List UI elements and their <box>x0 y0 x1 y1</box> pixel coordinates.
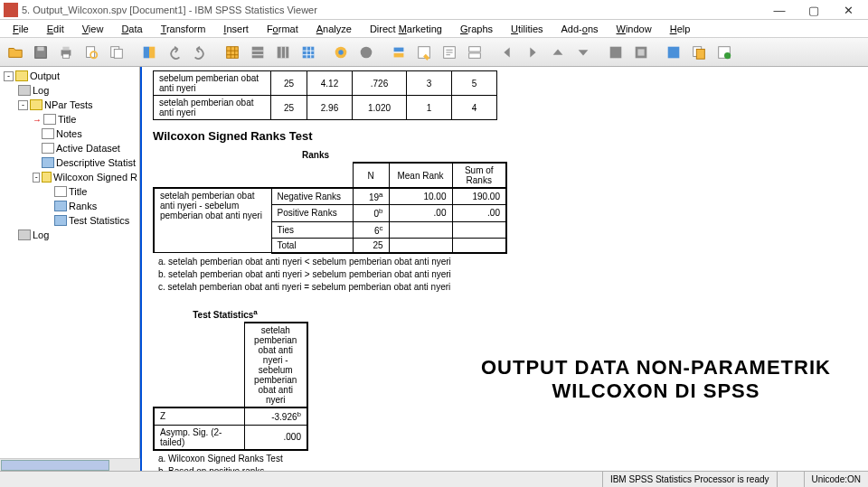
teststat-title: Test Statisticsa <box>153 308 297 320</box>
page-break-icon[interactable] <box>463 41 486 64</box>
svg-rect-27 <box>696 49 704 59</box>
undo-icon[interactable] <box>163 41 186 64</box>
tree-ranks[interactable]: Ranks <box>69 201 97 211</box>
footnote-a: a. setelah pemberian obat anti nyeri < s… <box>158 257 857 267</box>
tree-active[interactable]: Active Dataset <box>56 143 120 154</box>
footnote-b: b. setelah pemberian obat anti nyeri > s… <box>158 269 857 279</box>
menu-format[interactable]: Format <box>259 22 306 36</box>
tree-teststat[interactable]: Test Statistics <box>69 215 129 226</box>
tree-desc[interactable]: Descriptive Statist <box>56 157 136 168</box>
select-icon[interactable] <box>297 41 320 64</box>
title-icon <box>43 114 56 125</box>
goto-case-icon[interactable] <box>246 41 269 64</box>
table-icon <box>42 157 54 168</box>
pos-label: Positive Ranks <box>271 205 353 221</box>
folder-icon <box>42 172 52 183</box>
asymp-label: Asymp. Sig. (2-tailed) <box>154 425 244 450</box>
run-icon[interactable] <box>712 41 736 64</box>
designate-window-icon[interactable] <box>604 41 627 64</box>
svg-rect-24 <box>637 49 644 55</box>
tree-log1[interactable]: Log <box>33 85 49 96</box>
main-area: - Output Log - NPar Tests → Title Notes … <box>0 67 868 471</box>
total-n: 25 <box>353 238 389 253</box>
nav-up-icon[interactable] <box>546 41 570 64</box>
menu-data[interactable]: Data <box>114 22 149 36</box>
tree-title[interactable]: Title <box>58 114 76 125</box>
cell: 1 <box>407 96 452 120</box>
preview-icon[interactable] <box>80 41 103 64</box>
content-pane[interactable]: sebelum pemberian obat anti nyeri 25 4.1… <box>140 67 868 471</box>
menu-analyze[interactable]: Analyze <box>309 22 359 36</box>
tree-log2[interactable]: Log <box>33 229 49 240</box>
status-bar: IBM SPSS Statistics Processor is ready U… <box>0 471 868 487</box>
teststat-table[interactable]: setelah pemberian obat anti nyeri - sebe… <box>153 322 308 450</box>
window-controls: — ▢ ✕ <box>770 4 864 16</box>
overlay-caption: OUTPUT DATA NON-PARAMETRIK WILCOXON DI S… <box>481 356 831 404</box>
cell: 4 <box>452 96 497 120</box>
insert-heading-icon[interactable] <box>387 41 410 64</box>
nav-back-icon[interactable] <box>495 41 519 64</box>
menu-view[interactable]: View <box>75 22 111 36</box>
ts-footnote-a: a. Wilcoxon Signed Ranks Test <box>158 454 857 464</box>
svg-rect-11 <box>227 46 239 58</box>
print-icon[interactable] <box>54 41 78 64</box>
toolbar <box>0 38 868 67</box>
tree-npar[interactable]: NPar Tests <box>44 99 93 110</box>
copy-icon[interactable] <box>687 41 711 64</box>
insert-text-icon[interactable] <box>438 41 461 64</box>
goto-data-icon[interactable] <box>221 41 244 64</box>
outline-pane[interactable]: - Output Log - NPar Tests → Title Notes … <box>0 67 140 471</box>
ranks-table[interactable]: N Mean Rank Sum of Ranks setelah pemberi… <box>153 162 507 254</box>
tree-title2[interactable]: Title <box>69 186 87 197</box>
app-icon <box>4 3 18 17</box>
tree-notes[interactable]: Notes <box>56 128 82 139</box>
maximize-button[interactable]: ▢ <box>805 4 823 16</box>
menu-edit[interactable]: Edit <box>40 22 71 36</box>
syntax-icon[interactable] <box>662 41 685 64</box>
designate-window2-icon[interactable] <box>629 41 653 64</box>
menu-addons[interactable]: Add-ons <box>554 22 606 36</box>
close-button[interactable]: ✕ <box>839 4 857 16</box>
menu-graphs[interactable]: Graphs <box>453 22 500 36</box>
menu-insert[interactable]: Insert <box>216 22 256 36</box>
scroll-thumb[interactable] <box>1 460 109 471</box>
cell: 3 <box>407 71 452 96</box>
title-icon <box>54 186 67 197</box>
svg-point-17 <box>361 46 373 58</box>
chart-icon[interactable] <box>329 41 353 64</box>
descriptive-table[interactable]: sebelum pemberian obat anti nyeri 25 4.1… <box>153 70 497 120</box>
export-icon[interactable] <box>105 41 128 64</box>
chart2-icon[interactable] <box>354 41 378 64</box>
menu-utilities[interactable]: Utilities <box>504 22 550 36</box>
svg-rect-8 <box>114 49 122 58</box>
menu-window[interactable]: Window <box>609 22 659 36</box>
svg-rect-21 <box>469 52 481 57</box>
menu-transform[interactable]: Transform <box>154 22 213 36</box>
svg-rect-22 <box>610 46 622 58</box>
dialog-recall-icon[interactable] <box>137 41 161 64</box>
svg-rect-20 <box>469 46 481 51</box>
tree-toggle-icon[interactable]: - <box>33 173 40 183</box>
insert-title-icon[interactable] <box>412 41 436 64</box>
menu-file[interactable]: File <box>5 22 36 36</box>
cell: 25 <box>271 96 307 120</box>
tree-toggle-icon[interactable]: - <box>18 100 28 110</box>
neg-label: Negative Ranks <box>271 188 353 205</box>
nav-forward-icon[interactable] <box>521 41 544 64</box>
tree-output[interactable]: Output <box>30 70 60 81</box>
nav-down-icon[interactable] <box>571 41 595 64</box>
status-unicode: Unicode:ON <box>804 472 868 487</box>
tree-wsr[interactable]: Wilcoxon Signed R <box>53 172 137 183</box>
redo-icon[interactable] <box>188 41 212 64</box>
menu-help[interactable]: Help <box>663 22 698 36</box>
cell: 2.96 <box>307 96 353 120</box>
outline-hscroll[interactable] <box>0 458 140 471</box>
variables-icon[interactable] <box>271 41 295 64</box>
table-icon <box>54 201 67 211</box>
menu-direct-marketing[interactable]: Direct Marketing <box>363 22 449 36</box>
open-icon[interactable] <box>4 41 27 64</box>
tree-toggle-icon[interactable]: - <box>4 71 14 81</box>
minimize-button[interactable]: — <box>770 4 788 16</box>
save-icon[interactable] <box>29 41 52 64</box>
hdr-mean: Mean Rank <box>389 163 452 188</box>
